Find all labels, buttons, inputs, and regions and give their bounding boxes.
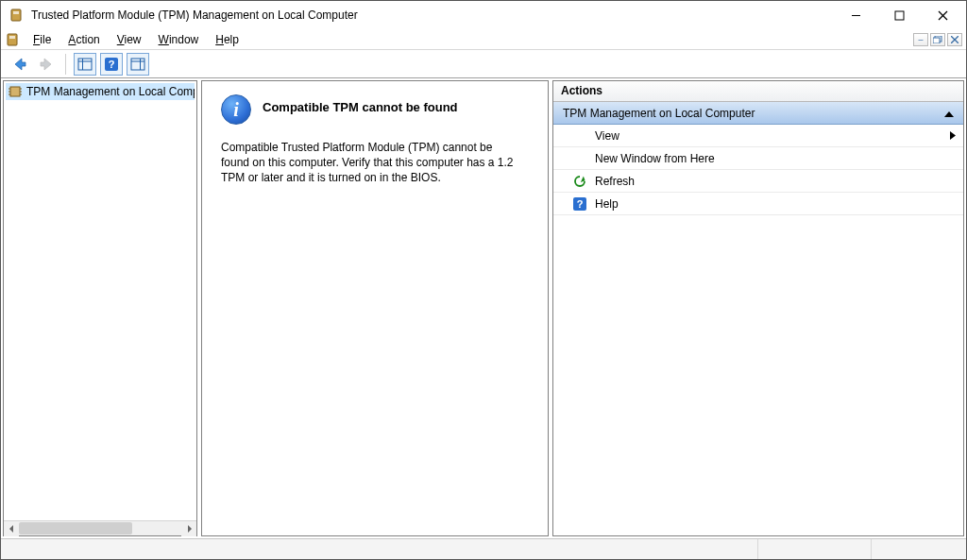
- svg-rect-17: [131, 59, 144, 70]
- document-icon: [5, 32, 20, 47]
- collapse-icon: [944, 107, 954, 120]
- mdi-close-button[interactable]: [947, 33, 962, 46]
- info-icon: i: [221, 94, 251, 125]
- maximize-button[interactable]: [877, 2, 921, 28]
- tree-panel: TPM Management on Local Comp: [3, 80, 197, 536]
- menu-file[interactable]: File: [25, 31, 59, 48]
- svg-rect-0: [11, 9, 21, 21]
- mdi-restore-button[interactable]: [930, 33, 945, 46]
- menubar: File Action View Window Help –: [1, 29, 966, 50]
- menu-view[interactable]: View: [110, 31, 149, 48]
- tpm-chip-icon: [8, 84, 23, 99]
- horizontal-scrollbar[interactable]: [4, 520, 196, 535]
- content-header: i Compatible TPM cannot be found: [221, 94, 529, 125]
- toolbar-separator: [65, 54, 66, 75]
- refresh-icon: [572, 174, 587, 189]
- action-new-window-label: New Window from Here: [595, 152, 715, 165]
- actions-panel: Actions TPM Management on Local Computer…: [552, 80, 964, 536]
- content-panel: i Compatible TPM cannot be found Compati…: [201, 80, 549, 536]
- actions-header: Actions: [553, 81, 963, 102]
- show-hide-tree-button[interactable]: [74, 53, 96, 76]
- svg-text:?: ?: [109, 59, 115, 70]
- chevron-right-icon: [950, 129, 956, 143]
- help-icon: ?: [572, 196, 587, 212]
- mdi-minimize-button[interactable]: –: [913, 33, 928, 46]
- actions-group-title: TPM Management on Local Computer: [563, 107, 755, 120]
- close-button[interactable]: [921, 2, 964, 28]
- minimize-button[interactable]: [834, 2, 877, 28]
- status-cell-2: [758, 539, 872, 559]
- action-help[interactable]: ? Help: [553, 193, 963, 215]
- window-controls: [834, 2, 964, 28]
- svg-rect-1: [13, 11, 19, 14]
- tree-item-tpm-management[interactable]: TPM Management on Local Comp: [6, 83, 195, 100]
- help-toolbar-button[interactable]: ?: [100, 53, 123, 76]
- workspace: TPM Management on Local Comp i Compatibl…: [1, 78, 966, 538]
- scroll-right-button[interactable]: [181, 521, 196, 536]
- tree-item-label: TPM Management on Local Comp: [26, 85, 195, 98]
- tree-body: TPM Management on Local Comp: [4, 81, 196, 520]
- statusbar: [1, 538, 966, 559]
- action-refresh-label: Refresh: [595, 175, 635, 188]
- action-refresh[interactable]: Refresh: [553, 170, 963, 193]
- app-icon: [8, 8, 24, 23]
- svg-rect-6: [8, 34, 17, 45]
- status-cell-1: [1, 539, 758, 559]
- show-hide-action-pane-button[interactable]: [127, 53, 149, 76]
- svg-rect-3: [895, 11, 904, 20]
- back-button[interactable]: [8, 53, 31, 76]
- window-title: Trusted Platform Module (TPM) Management…: [31, 8, 834, 22]
- status-cell-3: [872, 539, 966, 559]
- mdi-controls: –: [913, 33, 966, 46]
- content-title: Compatible TPM cannot be found: [263, 100, 458, 114]
- svg-rect-9: [933, 38, 940, 43]
- scroll-left-button[interactable]: [4, 521, 19, 536]
- svg-rect-20: [10, 87, 20, 96]
- svg-rect-7: [9, 36, 15, 39]
- forward-button[interactable]: [35, 53, 58, 76]
- actions-group-header[interactable]: TPM Management on Local Computer: [553, 102, 963, 125]
- content-body: Compatible Trusted Platform Module (TPM)…: [221, 140, 514, 186]
- action-help-label: Help: [595, 197, 619, 211]
- action-view[interactable]: View: [553, 125, 963, 147]
- scroll-thumb[interactable]: [19, 522, 132, 535]
- action-view-label: View: [595, 129, 619, 143]
- svg-text:?: ?: [577, 198, 584, 210]
- menu-help[interactable]: Help: [208, 31, 246, 48]
- titlebar: Trusted Platform Module (TPM) Management…: [1, 1, 966, 29]
- menu-action[interactable]: Action: [60, 31, 107, 48]
- action-new-window[interactable]: New Window from Here: [553, 147, 963, 170]
- toolbar: ?: [1, 50, 966, 78]
- svg-rect-12: [78, 59, 92, 70]
- scroll-track[interactable]: [19, 521, 181, 535]
- menu-window[interactable]: Window: [151, 31, 207, 48]
